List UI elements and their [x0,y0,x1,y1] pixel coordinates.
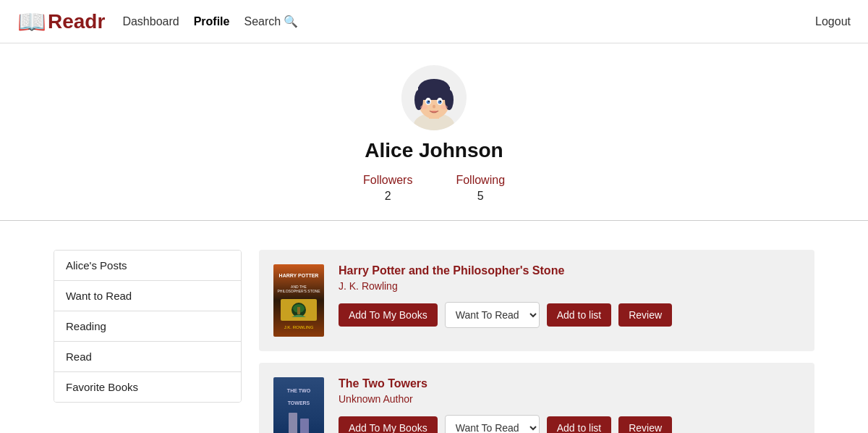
book-author-2: Unknown Author [339,393,800,405]
profile-header: Alice Johnson Followers 2 Following 5 [0,43,868,235]
book-cover-1: HARRY POTTER and thePhilosopher's Stone … [273,264,324,337]
svg-rect-18 [297,307,300,314]
svg-point-9 [427,101,430,104]
book-cover-2: The Two Towers J.R.R. TOLKIEN [273,377,324,433]
book-author-1: J. K. Rowling [339,280,800,292]
navbar: 📖 Readr Dashboard Profile Search 🔍 Logou… [0,0,868,43]
tower-1 [289,413,297,433]
avatar [401,65,467,130]
svg-point-13 [433,105,435,109]
logo-text: Readr [48,10,105,33]
book-info-1: Harry Potter and the Philosopher's Stone… [339,264,800,328]
svg-rect-6 [418,87,450,100]
reading-status-select-2[interactable]: Want To Read Reading Read [445,415,540,433]
book-cover-title-1: HARRY POTTER [276,270,322,282]
profile-stats: Followers 2 Following 5 [363,174,505,203]
sidebar-item-favorites[interactable]: Favorite Books [54,372,241,402]
followers-count: 2 [385,190,391,203]
profile-divider [0,220,868,221]
nav-links: Dashboard Profile Search 🔍 [122,14,815,28]
book-cover-illustration-1 [284,301,313,319]
svg-point-10 [438,101,442,104]
book-list: HARRY POTTER and thePhilosopher's Stone … [259,250,814,433]
book-cover-author-1: J.K. ROWLING [283,324,315,331]
sidebar-item-posts[interactable]: Alice's Posts [54,251,241,281]
book-cover-image-2 [281,409,317,433]
tower-2 [300,419,309,433]
add-to-books-button-2[interactable]: Add To My Books [339,416,438,433]
sidebar-item-want-to-read[interactable]: Want to Read [54,281,241,311]
book-cover-image-1 [281,299,317,321]
book-actions-2: Add To My Books Want To Read Reading Rea… [339,415,800,433]
book-cover-title-2a: The Two [284,385,313,397]
search-label: Search [244,15,281,28]
review-button-1[interactable]: Review [618,303,672,327]
book-card-2: The Two Towers J.R.R. TOLKIEN The Two To… [259,363,814,433]
following-count: 5 [477,190,484,203]
nav-search[interactable]: Search 🔍 [244,14,298,28]
logo[interactable]: 📖 Readr [17,8,105,35]
nav-profile[interactable]: Profile [194,15,230,28]
profile-name: Alice Johnson [365,139,503,162]
logo-icon: 📖 [17,8,46,35]
svg-point-11 [428,101,430,102]
book-cover-subtitle-1: and thePhilosopher's Stone [275,282,323,296]
sidebar-item-reading[interactable]: Reading [54,311,241,342]
sidebar-item-read[interactable]: Read [54,342,241,372]
nav-dashboard[interactable]: Dashboard [122,15,179,28]
book-info-2: The Two Towers Unknown Author Add To My … [339,377,800,433]
reading-status-select-1[interactable]: Want To Read Reading Read [445,302,540,328]
following-label[interactable]: Following [456,174,505,187]
svg-point-15 [441,105,448,109]
sidebar: Alice's Posts Want to Read Reading Read … [54,250,242,403]
book-card-1: HARRY POTTER and thePhilosopher's Stone … [259,250,814,351]
add-to-books-button-1[interactable]: Add To My Books [339,303,438,327]
review-button-2[interactable]: Review [618,416,672,433]
avatar-svg [401,65,467,130]
following-stat: Following 5 [456,174,505,203]
add-to-list-button-2[interactable]: Add to list [547,416,611,433]
add-to-list-button-1[interactable]: Add to list [547,303,611,327]
logout-button[interactable]: Logout [815,15,851,28]
svg-point-14 [420,105,427,109]
book-cover-title-2b: Towers [285,398,313,409]
book-title-1[interactable]: Harry Potter and the Philosopher's Stone [339,264,800,277]
book-actions-1: Add To My Books Want To Read Reading Rea… [339,302,800,328]
followers-label[interactable]: Followers [363,174,412,187]
followers-stat: Followers 2 [363,174,412,203]
search-icon: 🔍 [284,14,298,28]
book-title-2[interactable]: The Two Towers [339,377,800,390]
svg-point-12 [440,101,441,102]
main-layout: Alice's Posts Want to Read Reading Read … [36,235,832,433]
